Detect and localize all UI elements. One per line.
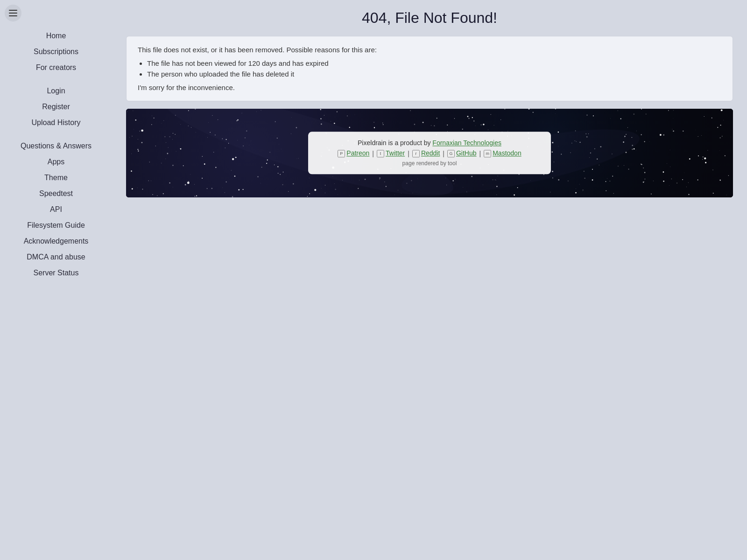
twitter-icon: t bbox=[377, 150, 384, 158]
footer-links-box: Pixeldrain is a product by Fornaxian Tec… bbox=[308, 132, 551, 174]
page-rendered-text: page rendered by tool bbox=[322, 161, 537, 167]
menu-toggle-button[interactable] bbox=[5, 5, 21, 21]
link-separator: | bbox=[479, 150, 481, 157]
sidebar-item-dmca-abuse[interactable]: DMCA and abuse bbox=[0, 249, 112, 265]
patreon-icon: P bbox=[338, 150, 345, 158]
mastodon-icon: m bbox=[484, 150, 491, 158]
link-separator: | bbox=[443, 150, 444, 157]
footer-link-github[interactable]: GGitHub bbox=[447, 149, 477, 157]
reasons-list: The file has not been viewed for 120 day… bbox=[147, 59, 721, 78]
footer-link-twitter[interactable]: tTwitter bbox=[377, 149, 405, 157]
reddit-icon: r bbox=[412, 150, 420, 158]
error-info-box: This file does not exist, or it has been… bbox=[126, 36, 733, 101]
page-title: 404, File Not Found! bbox=[126, 9, 733, 27]
sidebar-item-questions-answers[interactable]: Questions & Answers bbox=[0, 138, 112, 154]
sidebar-item-speedtest[interactable]: Speedtest bbox=[0, 186, 112, 202]
sidebar-item-apps[interactable]: Apps bbox=[0, 154, 112, 170]
brand-text: Pixeldrain is a product by Fornaxian Tec… bbox=[322, 139, 537, 147]
github-icon: G bbox=[447, 150, 455, 158]
social-links-row: PPatreon|tTwitter|rReddit|GGitHub|mMasto… bbox=[322, 149, 537, 157]
sidebar-item-filesystem-guide[interactable]: Filesystem Guide bbox=[0, 217, 112, 233]
sidebar-item-theme[interactable]: Theme bbox=[0, 170, 112, 186]
sidebar-item-upload-history[interactable]: Upload History bbox=[0, 115, 112, 131]
error-description: This file does not exist, or it has been… bbox=[138, 46, 721, 54]
sidebar-item-server-status[interactable]: Server Status bbox=[0, 265, 112, 281]
footer-link-mastodon[interactable]: mMastodon bbox=[484, 149, 521, 157]
brand-link[interactable]: Fornaxian Technologies bbox=[432, 139, 501, 147]
sidebar-item-login[interactable]: Login bbox=[0, 83, 112, 99]
apology-text: I'm sorry for the inconvenience. bbox=[138, 84, 721, 91]
sidebar-item-for-creators[interactable]: For creators bbox=[0, 60, 112, 76]
menu-icon-line1 bbox=[9, 10, 17, 11]
main-content: 404, File Not Found! This file does not … bbox=[112, 0, 747, 560]
sidebar-item-home[interactable]: Home bbox=[0, 28, 112, 44]
reason-item: The person who uploaded the file has del… bbox=[147, 70, 721, 78]
brand-prefix: Pixeldrain is a product by bbox=[358, 139, 430, 147]
sidebar-item-register[interactable]: Register bbox=[0, 99, 112, 115]
footer-link-reddit[interactable]: rReddit bbox=[412, 149, 440, 157]
sidebar-item-api[interactable]: API bbox=[0, 202, 112, 217]
sidebar-item-acknowledgements[interactable]: Acknowledgements bbox=[0, 233, 112, 249]
sidebar: HomeSubscriptionsFor creatorsLoginRegist… bbox=[0, 0, 112, 560]
reason-item: The file has not been viewed for 120 day… bbox=[147, 59, 721, 67]
link-separator: | bbox=[408, 150, 409, 157]
sidebar-nav: HomeSubscriptionsFor creatorsLoginRegist… bbox=[0, 28, 112, 281]
space-banner: Pixeldrain is a product by Fornaxian Tec… bbox=[126, 109, 733, 197]
menu-icon-line3 bbox=[9, 15, 17, 16]
link-separator: | bbox=[372, 150, 374, 157]
sidebar-item-subscriptions[interactable]: Subscriptions bbox=[0, 44, 112, 60]
footer-link-patreon[interactable]: PPatreon bbox=[338, 149, 369, 157]
menu-icon-line2 bbox=[9, 13, 17, 14]
